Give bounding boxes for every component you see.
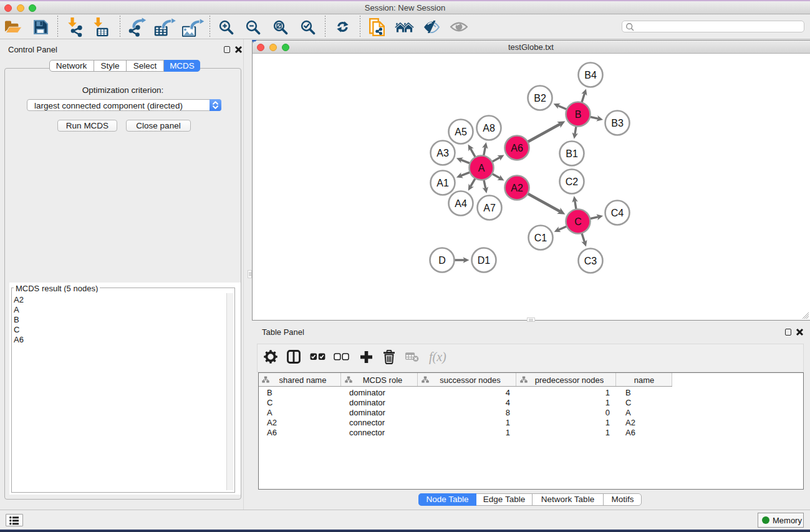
svg-text:A5: A5 (455, 127, 467, 137)
svg-text:B2: B2 (534, 93, 546, 104)
svg-text:C1: C1 (534, 233, 547, 243)
svg-text:D: D (438, 255, 446, 266)
svg-text:C4: C4 (611, 208, 624, 218)
svg-text:C3: C3 (584, 256, 597, 266)
svg-text:D1: D1 (478, 255, 491, 266)
svg-text:C2: C2 (566, 177, 579, 187)
svg-text:B1: B1 (566, 148, 578, 159)
svg-text:B3: B3 (611, 118, 624, 128)
svg-text:A7: A7 (483, 203, 496, 213)
svg-text:B: B (575, 109, 582, 120)
svg-text:A2: A2 (511, 183, 523, 193)
svg-text:A1: A1 (436, 178, 449, 188)
svg-text:A3: A3 (436, 148, 449, 158)
svg-text:B4: B4 (584, 70, 597, 80)
svg-text:A6: A6 (511, 143, 523, 153)
svg-text:A: A (478, 163, 485, 173)
svg-text:A4: A4 (455, 198, 467, 209)
svg-text:C: C (574, 216, 582, 227)
svg-text:A8: A8 (483, 123, 495, 133)
